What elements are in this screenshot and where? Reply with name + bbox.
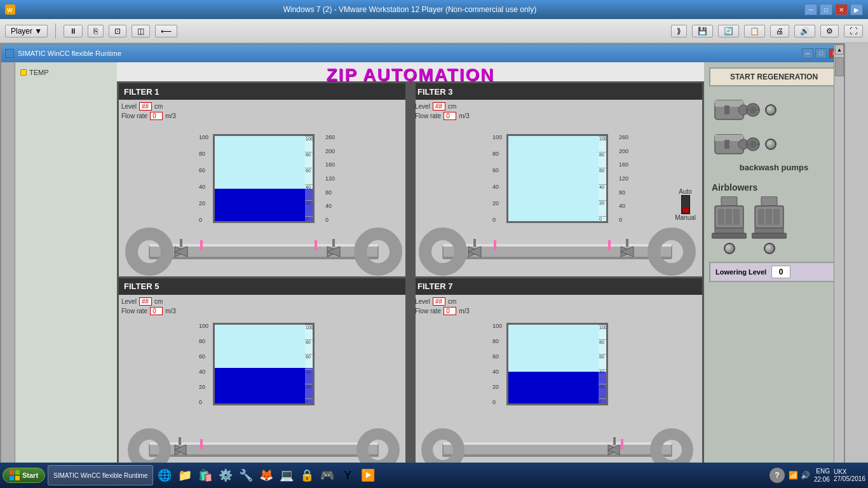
airblower2-indicator [764, 243, 775, 254]
start-button[interactable]: Start [3, 468, 45, 483]
filter1-pipes [119, 226, 409, 277]
minimize-button[interactable]: ─ [804, 4, 817, 15]
svg-rect-39 [443, 454, 672, 457]
pause-button[interactable]: ⏸ [64, 25, 83, 37]
taskbar-icon-ie[interactable]: 🌐 [156, 466, 173, 484]
airblowers-title: Airblowers [712, 182, 836, 193]
filter3-tank-scale: 100 80 60 40 20 0 [599, 136, 606, 221]
close-button[interactable]: ✕ [835, 4, 848, 15]
language-label: ENG [814, 467, 830, 475]
help-icon[interactable]: ? [770, 468, 785, 483]
title-bar-controls[interactable]: ─ □ ✕ ▶ [804, 4, 863, 15]
title-bar: W Windows 7 (2) - VMware Workstation 12 … [0, 0, 868, 19]
airblower1 [712, 196, 747, 254]
filter3-pipes [412, 226, 702, 277]
split-button[interactable]: ◫ [132, 25, 150, 37]
toolbar-btn-extra5[interactable]: 🖨 [770, 25, 789, 37]
pump2-indicator [765, 139, 776, 150]
scada-area: ZIP AUTOMATION FILTER 1 Level ## cm Flow… [117, 62, 704, 474]
toolbar-btn-extra3[interactable]: 🔄 [718, 25, 739, 37]
nav-dot [20, 69, 27, 76]
taskbar-icon-browser[interactable]: 🦊 [257, 466, 275, 484]
tray-icons: 📶 🔊 [789, 471, 810, 480]
app-minimize-btn[interactable]: ─ [802, 48, 813, 58]
scroll-thumb[interactable] [835, 57, 844, 76]
app-window: SIMATIC WinCC flexible Runtime ─ □ ✕ TEM… [0, 43, 845, 475]
scrollbar[interactable]: ▲ ▼ [834, 44, 844, 474]
svg-rect-22 [473, 239, 476, 247]
toggle-switch[interactable] [681, 195, 690, 214]
taskbar-icon-network[interactable]: 🔒 [298, 466, 316, 484]
filter7-level-value[interactable]: ## [433, 297, 445, 306]
start-regeneration-button[interactable]: START REGENERATION [709, 67, 839, 86]
filter3-flow-value[interactable]: 0 [444, 112, 456, 120]
svg-rect-49 [724, 105, 729, 114]
filter3-level-value[interactable]: ## [433, 102, 445, 111]
app-maximize-btn[interactable]: □ [815, 48, 827, 58]
filter5-tank: 100 80 60 40 20 0 [213, 323, 315, 405]
taskbar-icon-terminal[interactable]: 💻 [278, 466, 295, 484]
svg-rect-45 [621, 439, 623, 449]
taskbar-icon-store[interactable]: 🛍️ [196, 466, 214, 484]
filter1-level-row: Level ## cm [121, 102, 176, 111]
taskbar-app-item[interactable]: SIMATIC WinCC flexible Runtime [48, 465, 153, 485]
filter1-info: Level ## cm Flow rate 0 m/3 [121, 102, 176, 121]
network-tray-icon: 📶 [789, 471, 798, 480]
svg-point-59 [749, 140, 757, 148]
filter7-title: FILTER 7 [417, 281, 452, 291]
taskbar-icon-folder[interactable]: 📁 [176, 466, 194, 484]
copy-button[interactable]: ⎘ [88, 25, 104, 37]
filter5-flow-value[interactable]: 0 [150, 307, 163, 315]
toolbar-btn-extra1[interactable]: ⟫ [671, 25, 687, 37]
svg-rect-3 [149, 244, 378, 247]
toolbar-btn-extra4[interactable]: 📋 [744, 25, 765, 37]
taskbar-icon-yahoo[interactable]: Y [339, 466, 356, 484]
svg-rect-68 [712, 233, 747, 238]
svg-rect-79 [15, 476, 20, 480]
app-title-text: SIMATIC WinCC flexible Runtime [18, 50, 121, 57]
scroll-up-arrow[interactable]: ▲ [835, 44, 844, 55]
airblower1-indicator [724, 243, 735, 254]
main-content: TEMP ZIP AUTOMATION FILTER 1 Level ## [1, 62, 844, 474]
svg-rect-69 [761, 196, 777, 206]
extra-button[interactable]: ▶ [850, 4, 863, 15]
zip-title: ZIP AUTOMATION [117, 65, 704, 85]
toolbar-btn-extra8[interactable]: ⛶ [844, 25, 863, 37]
svg-rect-36 [200, 439, 203, 449]
svg-text:W: W [7, 7, 13, 13]
svg-rect-72 [766, 209, 772, 225]
filter5-level-value[interactable]: ## [139, 297, 152, 306]
toolbar-btn-extra7[interactable]: ⚙ [820, 25, 839, 37]
taskbar-icon-media[interactable]: ▶️ [359, 466, 377, 484]
clock-time: 22:06 [814, 475, 830, 484]
svg-rect-76 [10, 470, 14, 475]
player-button[interactable]: Player ▼ [5, 25, 48, 37]
filter1-right-scale: 26020016012080400 [325, 134, 335, 223]
clock-details: UKX 27/05/2016 [834, 468, 865, 482]
airblowers-section: Airblowers [709, 180, 839, 257]
backwash-title: backwash pumps [712, 163, 836, 172]
filter3-tank: 100 80 60 40 20 0 [506, 134, 608, 223]
filter1-level-value[interactable]: ## [139, 102, 152, 111]
airblower2-icon [752, 196, 787, 241]
svg-rect-73 [773, 209, 780, 225]
toolbar-btn-extra6[interactable]: 🔊 [794, 25, 815, 37]
svg-rect-35 [179, 437, 181, 445]
back-button[interactable]: ⟵ [155, 25, 177, 37]
filter7-flow-value[interactable]: 0 [444, 307, 456, 315]
filter1-title: FILTER 1 [124, 87, 159, 97]
lowering-value[interactable]: 0 [771, 266, 790, 278]
auto-manual-control: Auto Manual [675, 188, 696, 221]
nav-temp-item[interactable]: TEMP [18, 67, 114, 78]
window-button[interactable]: ⊡ [109, 25, 126, 37]
taskbar-icon-settings[interactable]: ⚙️ [217, 466, 234, 484]
toolbar-btn-extra2[interactable]: 💾 [692, 25, 713, 37]
backwash-section: backwash pumps [709, 92, 839, 175]
filter1-flow-value[interactable]: 0 [150, 112, 163, 120]
svg-rect-9 [180, 239, 182, 247]
airblower1-icon [712, 196, 747, 241]
taskbar-icon-game[interactable]: 🎮 [318, 466, 336, 484]
svg-rect-66 [733, 209, 740, 225]
maximize-button[interactable]: □ [820, 4, 832, 15]
taskbar-icon-app2[interactable]: 🔧 [237, 466, 255, 484]
